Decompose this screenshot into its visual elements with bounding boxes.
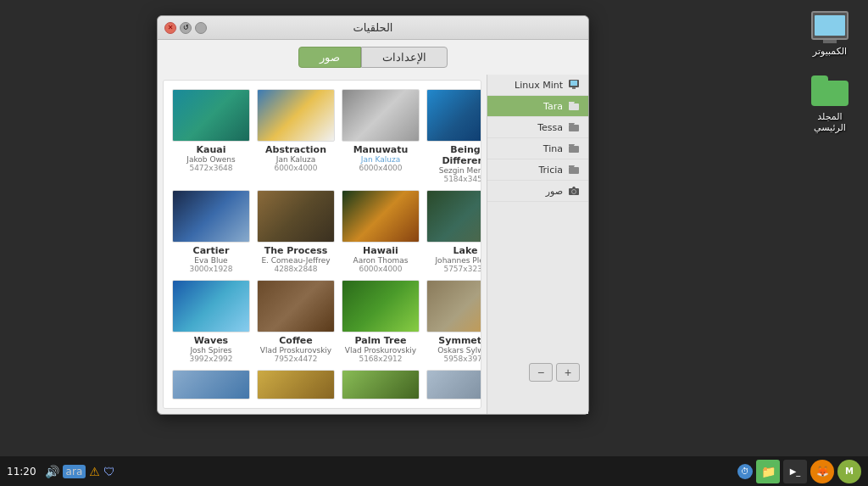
desktop-icon-computer[interactable]: الكمبيوتر bbox=[800, 8, 860, 57]
photo-thumbnail bbox=[172, 190, 250, 243]
folder-icon bbox=[568, 164, 580, 176]
sidebar-item-label: Tricia bbox=[496, 165, 563, 176]
list-item[interactable] bbox=[342, 370, 420, 399]
list-item[interactable]: Abstraction Jan Kaluza 6000x4000 bbox=[257, 89, 335, 183]
firefox-icon: 🦊 bbox=[816, 466, 829, 478]
photo-thumbnail bbox=[257, 89, 335, 142]
taskbar-app-mint-menu[interactable]: M bbox=[837, 460, 861, 483]
photo-author: Eva Blue bbox=[194, 256, 227, 265]
list-item[interactable]: Being Different Sezgin Mendil 5184x3456 bbox=[426, 89, 481, 183]
sidebar-item-label: Linux Mint bbox=[496, 80, 563, 91]
taskbar-time: 11:20 bbox=[7, 466, 36, 478]
tab-photos[interactable]: صور bbox=[298, 47, 361, 68]
photo-dims: 5168x2912 bbox=[359, 355, 402, 363]
taskbar-app-files[interactable]: 📁 bbox=[756, 460, 780, 483]
folder-icon bbox=[568, 100, 580, 112]
add-button[interactable]: + bbox=[556, 363, 580, 382]
minimize-button[interactable] bbox=[195, 22, 207, 34]
sidebar-item-label: Tessa bbox=[496, 122, 563, 133]
list-item[interactable]: Coffee Vlad Proskurovskiy 7952x4472 bbox=[257, 280, 335, 363]
files-icon: 📁 bbox=[761, 465, 776, 478]
desktop-icons-container: الكمبيوتر المجلد الرئيسي bbox=[800, 8, 860, 133]
taskbar-app-timeshift[interactable]: ⏱ bbox=[737, 464, 753, 479]
photo-author: Oskars Sylwan bbox=[437, 346, 481, 355]
photo-dims: 6000x4000 bbox=[359, 265, 402, 273]
photo-title: Cartier bbox=[193, 245, 230, 256]
window-controls: ✕ ↺ bbox=[164, 22, 207, 34]
photo-dims: 4288x2848 bbox=[274, 265, 317, 273]
photo-title: Abstraction bbox=[265, 144, 326, 155]
sidebar-item-label: Tara bbox=[496, 101, 563, 112]
refresh-button[interactable]: ↺ bbox=[180, 22, 192, 34]
warning-icon[interactable]: ⚠ bbox=[89, 465, 100, 478]
list-item[interactable]: Palm Tree Vlad Proskurovskiy 5168x2912 bbox=[342, 280, 420, 363]
sidebar-item-tessa[interactable]: Tessa bbox=[487, 117, 588, 138]
photo-author: Jan Kaluza bbox=[276, 155, 315, 164]
list-item[interactable]: Lake Johannes Plenio 5757x3238 bbox=[426, 190, 481, 273]
taskbar-app-firefox[interactable]: 🦊 bbox=[810, 460, 834, 483]
sidebar-item-photos[interactable]: صور bbox=[487, 181, 588, 202]
sidebar-item-label: صور bbox=[496, 186, 563, 197]
folder-icon bbox=[568, 142, 580, 154]
photo-thumbnail bbox=[426, 190, 481, 243]
shield-icon[interactable]: 🛡 bbox=[103, 465, 115, 478]
photo-author: E. Comeau-Jeffrey bbox=[261, 256, 330, 265]
sidebar-item-tina[interactable]: Tina bbox=[487, 138, 588, 159]
photo-thumbnail bbox=[257, 280, 335, 332]
photo-title: Symmetry bbox=[438, 335, 481, 346]
sidebar: Linux Mint Tara Tessa bbox=[487, 75, 588, 414]
desktop: الكمبيوتر المجلد الرئيسي ✕ ↺ الحلقيات bbox=[0, 0, 868, 486]
list-item[interactable]: Kauai Jakob Owens 5472x3648 bbox=[172, 89, 250, 183]
list-item[interactable]: Waves Josh Spires 3992x2992 bbox=[172, 280, 250, 363]
camera-icon bbox=[568, 185, 580, 197]
network-label: ara bbox=[66, 466, 83, 478]
list-item[interactable] bbox=[426, 370, 481, 399]
desktop-icon-computer-label: الكمبيوتر bbox=[813, 46, 847, 57]
photo-thumbnail bbox=[172, 89, 250, 142]
tab-settings[interactable]: الإعدادات bbox=[361, 47, 448, 68]
list-item[interactable]: Hawaii Aaron Thomas 6000x4000 bbox=[342, 190, 420, 273]
photo-title: Hawaii bbox=[363, 245, 398, 256]
photo-thumbnail bbox=[342, 190, 420, 243]
sidebar-item-tara[interactable]: Tara bbox=[487, 96, 588, 117]
photo-thumbnail bbox=[257, 370, 335, 399]
tab-bar: صور الإعدادات bbox=[158, 40, 588, 75]
photo-grid-container[interactable]: Kauai Jakob Owens 5472x3648 Abstraction … bbox=[163, 80, 481, 409]
photo-title: Manuwatu bbox=[353, 144, 409, 155]
list-item[interactable] bbox=[257, 370, 335, 399]
list-item[interactable] bbox=[172, 370, 250, 399]
photo-thumbnail bbox=[172, 370, 250, 399]
photo-title: The Process bbox=[264, 245, 328, 256]
photo-thumbnail bbox=[257, 190, 335, 243]
photo-title: Palm Tree bbox=[355, 335, 407, 346]
taskbar-app-terminal[interactable]: ▶_ bbox=[783, 460, 807, 483]
desktop-icon-home[interactable]: المجلد الرئيسي bbox=[800, 74, 860, 133]
desktop-icon-home-label: المجلد الرئيسي bbox=[800, 111, 860, 133]
list-item[interactable]: The Process E. Comeau-Jeffrey 4288x2848 bbox=[257, 190, 335, 273]
photo-author: Jan Kaluza bbox=[361, 155, 400, 164]
list-item[interactable]: Manuwatu Jan Kaluza 6000x4000 bbox=[342, 89, 420, 183]
taskbar-right: ⏱ 📁 ▶_ 🦊 M bbox=[737, 460, 861, 483]
home-folder-icon bbox=[810, 74, 850, 108]
window-title: الحلقيات bbox=[353, 21, 393, 34]
photo-dims: 5472x3648 bbox=[189, 164, 232, 172]
folder-icon bbox=[568, 121, 580, 133]
sidebar-item-linux-mint[interactable]: Linux Mint bbox=[487, 75, 588, 96]
svg-rect-5 bbox=[569, 146, 579, 153]
photo-dims: 6000x4000 bbox=[359, 164, 402, 172]
close-button[interactable]: ✕ bbox=[164, 22, 176, 34]
photo-title: Coffee bbox=[279, 335, 312, 346]
photo-dims: 3000x1928 bbox=[189, 265, 232, 273]
photo-thumbnail bbox=[172, 280, 250, 332]
window-titlebar: ✕ ↺ الحلقيات bbox=[158, 16, 588, 40]
photo-thumbnail bbox=[342, 89, 420, 142]
volume-icon[interactable]: 🔊 bbox=[45, 465, 59, 478]
remove-button[interactable]: − bbox=[529, 363, 553, 382]
svg-rect-3 bbox=[569, 103, 579, 110]
sidebar-item-tricia[interactable]: Tricia bbox=[487, 159, 588, 181]
photo-dims: 3992x2992 bbox=[189, 355, 232, 363]
photo-thumbnail bbox=[342, 370, 420, 399]
list-item[interactable]: Symmetry Oskars Sylwan 5958x3972 bbox=[426, 280, 481, 363]
photo-thumbnail bbox=[426, 280, 481, 332]
list-item[interactable]: Cartier Eva Blue 3000x1928 bbox=[172, 190, 250, 273]
